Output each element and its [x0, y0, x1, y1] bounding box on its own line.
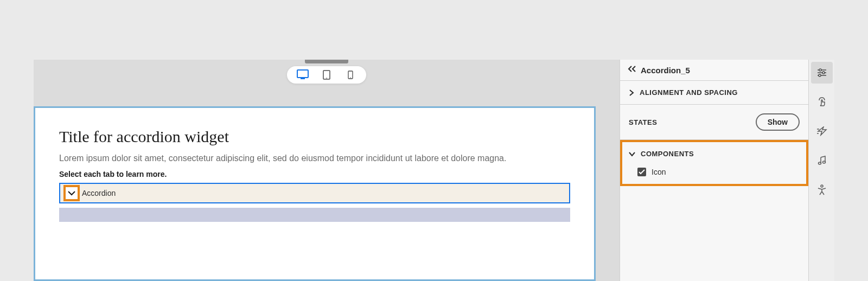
properties-panel: Accordion_5 ALIGNMENT AND SPACING STATES…: [620, 60, 808, 281]
device-tablet-button[interactable]: [321, 69, 333, 80]
svg-point-9: [822, 72, 825, 74]
check-icon: [639, 169, 645, 175]
svg-rect-1: [301, 78, 305, 79]
svg-point-11: [819, 74, 821, 76]
music-note-icon: [818, 156, 826, 165]
svg-point-15: [822, 161, 825, 163]
right-rail: [808, 60, 834, 281]
accordion-item-label: Accordion: [82, 189, 116, 197]
properties-title: Accordion_5: [641, 66, 690, 75]
checkbox-icon-checked[interactable]: [637, 168, 646, 176]
sliders-icon: [816, 68, 827, 77]
section-label-components: COMPONENTS: [641, 150, 694, 158]
svg-point-16: [821, 185, 823, 187]
tablet-icon: [323, 70, 330, 80]
svg-point-14: [818, 162, 821, 164]
lightning-icon: [816, 126, 827, 136]
svg-point-5: [350, 77, 350, 78]
section-alignment-spacing[interactable]: ALIGNMENT AND SPACING: [620, 81, 808, 105]
widget-title: Title for accordion widget: [59, 127, 570, 146]
rail-lightning-button[interactable]: [811, 120, 833, 142]
rail-settings-button[interactable]: [811, 62, 833, 84]
accessibility-icon: [817, 184, 827, 195]
widget-description: Lorem ipsum dolor sit amet, consectetur …: [59, 154, 570, 163]
chevrons-left-icon: [628, 65, 636, 73]
device-desktop-button[interactable]: [297, 69, 309, 80]
app-container: Title for accordion widget Lorem ipsum d…: [34, 60, 834, 281]
desktop-icon: [297, 69, 309, 80]
accordion-item[interactable]: Accordion: [59, 183, 570, 203]
rail-accessibility-button[interactable]: [811, 179, 833, 201]
chevron-right-icon: [629, 90, 634, 96]
section-components-highlight: COMPONENTS Icon: [620, 140, 808, 186]
svg-rect-0: [297, 70, 308, 78]
component-item-icon[interactable]: Icon: [622, 163, 806, 184]
rail-touch-button[interactable]: [811, 91, 833, 113]
widget-content-card[interactable]: Title for accordion widget Lorem ipsum d…: [34, 106, 596, 281]
accordion-toggle-icon-highlight[interactable]: [63, 185, 80, 201]
section-components-header[interactable]: COMPONENTS: [622, 142, 806, 163]
accordion-body-placeholder: [59, 208, 570, 222]
svg-point-3: [326, 78, 327, 79]
section-label-states: STATES: [629, 118, 657, 126]
section-label-alignment: ALIGNMENT AND SPACING: [640, 88, 738, 97]
states-show-button[interactable]: Show: [756, 113, 800, 131]
mobile-icon: [348, 71, 353, 79]
properties-header: Accordion_5: [620, 60, 808, 81]
drag-handle[interactable]: [305, 60, 348, 63]
section-states: STATES Show: [620, 105, 808, 140]
touch-icon: [817, 97, 827, 107]
device-mobile-button[interactable]: [344, 69, 356, 80]
component-item-label: Icon: [652, 168, 666, 176]
chevron-down-icon: [629, 151, 635, 157]
collapse-panel-button[interactable]: [628, 65, 636, 75]
device-switcher: [287, 66, 366, 84]
rail-audio-button[interactable]: [811, 150, 833, 171]
canvas-area: Title for accordion widget Lorem ipsum d…: [34, 60, 620, 281]
widget-instruction: Select each tab to learn more.: [59, 170, 570, 178]
chevron-down-icon: [68, 190, 75, 196]
svg-point-7: [819, 69, 821, 71]
